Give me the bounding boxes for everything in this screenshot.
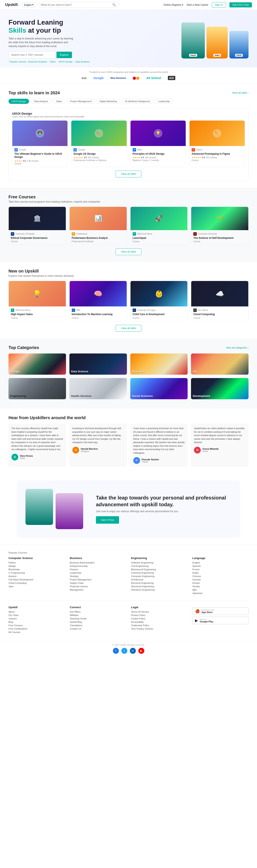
footer-link-igbo[interactable]: Igbo bbox=[192, 588, 249, 591]
tab-project-management[interactable]: Project Management bbox=[67, 99, 95, 104]
footer-link-chem[interactable]: Chemical Engineering bbox=[131, 571, 188, 574]
course-card-4[interactable]: ✏️ F Figma Advanced Prototyping in Figma… bbox=[189, 120, 245, 167]
footer-link-careers[interactable]: Careers bbox=[8, 617, 65, 620]
footer-link-blog[interactable]: Blog bbox=[8, 621, 65, 623]
footer-link-about[interactable]: About bbox=[8, 611, 65, 613]
tab-leadership[interactable]: Leadership bbox=[155, 99, 173, 104]
free-card-3[interactable]: 🚀 A AltSchool Africa Launchpad Course bbox=[130, 207, 188, 245]
category-development[interactable]: Development bbox=[191, 378, 249, 399]
footer-link-arabic[interactable]: Arabic bbox=[192, 571, 249, 574]
footer-link-team[interactable]: Our Team bbox=[8, 614, 65, 616]
new-card-1[interactable]: 💡 A AltSchool Africa High Impact Sales C… bbox=[8, 281, 66, 322]
signin-button[interactable]: Sign In bbox=[212, 2, 226, 8]
free-card-4[interactable]: 🌱 C Covenant University The Science of S… bbox=[191, 207, 249, 245]
footer-link-petro[interactable]: Petroleum Engineering bbox=[131, 588, 188, 591]
footer-link-affiliates[interactable]: Affiliates bbox=[70, 614, 126, 616]
footer-link-ba[interactable]: Business Administration bbox=[70, 561, 126, 564]
footer-link-java[interactable]: Java bbox=[8, 585, 65, 588]
footer-link-supply[interactable]: Supply Chain bbox=[70, 582, 126, 584]
popular-uiux[interactable]: · UI/UX Design bbox=[57, 60, 73, 63]
footer-link-arch[interactable]: Architecture bbox=[131, 578, 188, 581]
hero-search-input[interactable] bbox=[9, 52, 56, 58]
footer-link-accessibility[interactable]: Accessibility bbox=[131, 621, 188, 623]
course-card-2[interactable]: 🎨 G Google Google UX Design ★★★★★ 4.5 20… bbox=[71, 120, 127, 167]
popular-business[interactable]: Business Analysis bbox=[28, 60, 47, 63]
footer-link-mech[interactable]: Mechanical Engineering bbox=[131, 568, 188, 571]
free-card-1[interactable]: 🏛️ UI University Of Ibadan Ethical Corpo… bbox=[8, 207, 66, 245]
app-store-btn[interactable]: 🍎 Download on the App Store bbox=[192, 607, 249, 615]
footer-link-french[interactable]: French bbox=[192, 568, 249, 571]
footer-link-privacy[interactable]: Privacy Policy bbox=[131, 614, 188, 616]
top-categories-view-all[interactable]: View all categories › bbox=[226, 346, 249, 349]
youtube-icon[interactable]: ▶ bbox=[138, 648, 144, 654]
footer-link-your-privacy[interactable]: Your Privacy Choices bbox=[131, 627, 188, 630]
footer-link-strategy[interactable]: Strategy bbox=[70, 575, 126, 578]
new-card-4[interactable]: ☁️ A ALX Africa Cloud Computing Course bbox=[191, 281, 249, 322]
footer-link-fullstack[interactable]: Full-Stack Development bbox=[8, 578, 65, 581]
popular-sales[interactable]: · Sales bbox=[49, 60, 56, 63]
footer-link-upskill-blog[interactable]: Upskill Blog bbox=[70, 621, 126, 623]
footer-link-comp[interactable]: Computer Engineering bbox=[131, 575, 188, 578]
tab-sales[interactable]: Sales bbox=[53, 99, 65, 104]
tab-data-analysis[interactable]: Data Analysis bbox=[31, 99, 51, 104]
footer-link-pm[interactable]: Project Management bbox=[70, 578, 126, 581]
category-design[interactable]: Design bbox=[8, 353, 66, 375]
top-skills-view-all[interactable]: View all skills › bbox=[232, 91, 249, 94]
footer-link-german[interactable]: German bbox=[192, 578, 249, 581]
footer-link-free-certs[interactable]: Free Certifications bbox=[8, 627, 65, 630]
footer-link-offers[interactable]: Get Offers bbox=[70, 611, 126, 613]
footer-link-translations[interactable]: Translations bbox=[70, 624, 126, 627]
footer-link-struct[interactable]: Structural Engineering bbox=[131, 585, 188, 588]
footer-link-arduino[interactable]: Arduino bbox=[8, 575, 65, 578]
footer-link-leadership[interactable]: Leadership bbox=[70, 571, 126, 574]
tab-ai[interactable]: AI (Artificial Intelligence) bbox=[122, 99, 153, 104]
footer-link-cloud[interactable]: Cloud Computing bbox=[8, 582, 65, 584]
footer-link-chinese[interactable]: Chinese bbox=[192, 575, 249, 578]
footer-link-finance[interactable]: Finance bbox=[70, 568, 126, 571]
footer-link-yoruba[interactable]: Yoruba bbox=[192, 585, 249, 588]
get-free-button[interactable]: Get it For Free bbox=[229, 2, 252, 7]
footer-link-python[interactable]: Python bbox=[8, 561, 65, 564]
nav-online-degrees[interactable]: Online Degrees ▾ bbox=[164, 3, 183, 6]
footer-link-english[interactable]: English bbox=[192, 561, 249, 564]
linkedin-icon[interactable]: in bbox=[130, 648, 136, 654]
category-data-science[interactable]: Data Science bbox=[69, 353, 127, 375]
header-search-input[interactable] bbox=[38, 2, 110, 8]
hero-search-btn[interactable]: Explore bbox=[56, 52, 72, 58]
logo[interactable]: Upskill. bbox=[5, 3, 20, 7]
category-business[interactable]: Business bbox=[130, 353, 188, 375]
language-selector[interactable]: English ▾ bbox=[22, 2, 35, 7]
footer-link-elec[interactable]: Electrical Engineering bbox=[131, 582, 188, 584]
footer-link-entrep[interactable]: Entrepreneurship bbox=[70, 565, 126, 567]
footer-link-japanese[interactable]: Japanese bbox=[192, 592, 249, 594]
footer-link-teaching[interactable]: Teaching Center bbox=[70, 617, 126, 620]
nav-start-career[interactable]: Start a New Career bbox=[187, 3, 208, 6]
footer-link-korean[interactable]: Korean bbox=[192, 582, 249, 584]
footer-link-civil[interactable]: Civil Engineering bbox=[131, 565, 188, 567]
category-health[interactable]: Health Services bbox=[69, 378, 127, 399]
new-card-3[interactable]: 👶 U University Of Lagos Child Care & Dev… bbox=[130, 281, 188, 322]
tab-uiux[interactable]: UI/UX Design bbox=[8, 99, 29, 104]
new-view-all-btn[interactable]: View all skills bbox=[116, 325, 141, 332]
footer-link-spanish[interactable]: Spanish bbox=[192, 565, 249, 567]
footer-link-tos[interactable]: Terms Of Service bbox=[131, 611, 188, 613]
footer-link-finlit[interactable]: Financial Literacy bbox=[70, 585, 126, 588]
course-card-3[interactable]: 💡 M Meta Principles of UI/UX Design ★★★★… bbox=[130, 120, 186, 167]
category-engineering[interactable]: Engineering bbox=[8, 378, 66, 399]
category-social[interactable]: Social Sciences bbox=[130, 378, 188, 399]
new-card-2[interactable]: 🧠 I IBM Introduction To Machine Learning… bbox=[69, 281, 127, 322]
free-card-2[interactable]: 📊 F Flutterwave Flutterwave Business Ana… bbox=[69, 207, 127, 245]
cta-btn[interactable]: Get it Free bbox=[96, 516, 119, 524]
footer-link-free-courses[interactable]: Free Courses bbox=[8, 624, 65, 627]
footer-link-c[interactable]: C Programming bbox=[8, 571, 65, 574]
footer-link-contact[interactable]: Contact Us bbox=[70, 627, 126, 630]
popular-data[interactable]: · Data Analysis bbox=[74, 60, 90, 63]
course-card-1[interactable]: 👨‍💻 G Google The Ultimate Beginner's Gui… bbox=[12, 120, 68, 167]
header-search-btn[interactable]: 🔍 bbox=[110, 2, 118, 8]
google-play-btn[interactable]: ▶ Get it on Google Play bbox=[192, 617, 249, 624]
footer-link-swe[interactable]: Software Engineering bbox=[131, 561, 188, 564]
footer-link-mgmt[interactable]: Management bbox=[70, 588, 126, 591]
category-art[interactable]: Art bbox=[191, 353, 249, 375]
view-all-skills-btn[interactable]: View all skills bbox=[116, 170, 141, 177]
tab-digital-marketing[interactable]: Digital Marketing bbox=[96, 99, 120, 104]
